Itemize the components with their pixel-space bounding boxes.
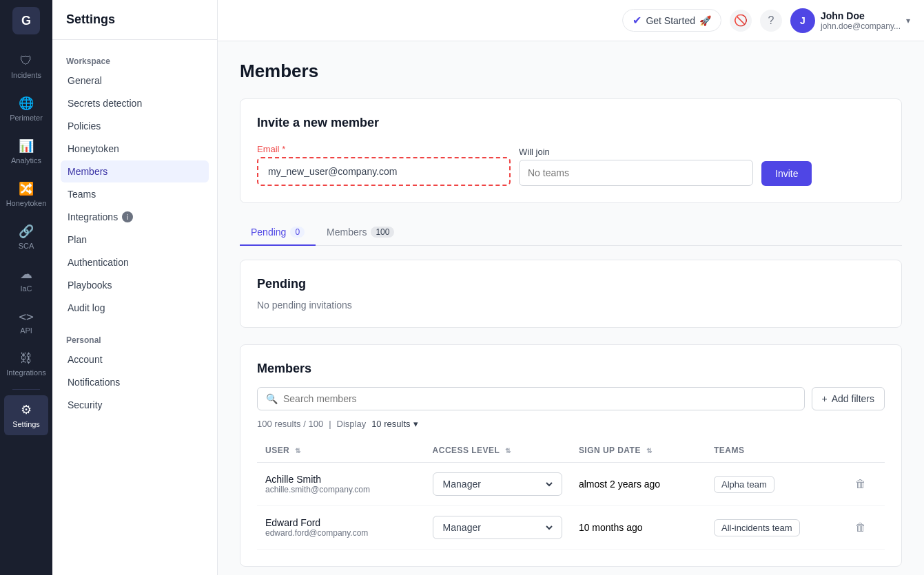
perimeter-icon: 🌐 [19,96,34,111]
members-section: Members 🔍 + Add filters 100 results / 10… [240,344,902,567]
sidebar-item-honeytoken[interactable]: Honeytoken [61,138,209,160]
team-badge-0: Alpha team [714,476,774,493]
teams-input[interactable] [519,160,753,186]
chevron-down-icon: ▾ [413,419,418,429]
role-select-0[interactable]: Manager Member Admin Read-only [433,472,562,496]
delete-button-0[interactable]: 🗑 [855,478,866,490]
sidebar-item-plan[interactable]: Plan [61,229,209,251]
main-area: ✔ Get Started 🚀 🚫 ? J John Doe john.doe@… [218,0,924,575]
signup-date-0: almost 2 years ago [571,463,706,506]
sidebar-body: Workspace General Secrets detection Poli… [52,40,217,575]
sidebar-workspace-label: Workspace [61,51,209,69]
col-access-level: ACCESS LEVEL ⇅ [424,439,571,463]
table-row: Achille Smith achille.smith@company.com … [257,463,885,506]
avatar: J [790,8,815,33]
sidebar-item-teams[interactable]: Teams [61,183,209,205]
user-cell: Achille Smith achille.smith@company.com [257,463,424,506]
sort-icon-access: ⇅ [505,447,511,454]
sidebar-title: Settings [52,0,217,40]
search-input[interactable] [283,393,796,404]
delete-button-1[interactable]: 🗑 [855,521,866,533]
will-join-label: Will join [519,147,753,157]
results-info: 100 results / 100 | Display 10 results ▾ [257,419,885,429]
nav-item-perimeter[interactable]: 🌐 Perimeter [4,89,48,129]
sidebar-item-secrets-detection[interactable]: Secrets detection [61,92,209,114]
tab-members-label: Members [327,227,367,238]
results-count: 100 results / 100 [257,419,323,429]
add-filters-button[interactable]: + Add filters [812,387,885,410]
user-menu[interactable]: J John Doe john.doe@company... ▾ [790,8,910,33]
table-header: USER ⇅ ACCESS LEVEL ⇅ SIGN UP DATE ⇅ T [257,439,885,463]
team-cell-1: All-incidents team [706,506,847,550]
nav-item-honeytoken[interactable]: 🔀 Honeytoken [4,174,48,214]
members-section-title: Members [257,362,885,376]
sidebar-item-audit-log[interactable]: Audit log [61,297,209,319]
user-email-1: edward.ford@company.com [265,528,416,538]
get-started-label: Get Started [646,15,695,26]
team-badge-1: All-incidents team [714,519,800,536]
invite-form: Email * Will join Invite [257,144,885,186]
settings-icon: ⚙ [21,402,32,417]
invite-card-title: Invite a new member [257,116,885,130]
sidebar-item-members[interactable]: Members [61,160,209,182]
search-wrap: 🔍 [257,387,805,410]
sidebar-item-account[interactable]: Account [61,348,209,370]
sort-icon-date: ⇅ [646,447,652,454]
nav-item-iac[interactable]: ☁ IaC [4,260,48,300]
team-cell-0: Alpha team [706,463,847,506]
nav-item-analytics[interactable]: 📊 Analytics [4,132,48,171]
delete-cell-1: 🗑 [847,506,885,550]
get-started-button[interactable]: ✔ Get Started 🚀 [622,9,721,32]
role-dropdown-0[interactable]: Manager Member Admin Read-only [440,478,555,490]
check-icon: ✔ [633,14,641,27]
nav-item-api[interactable]: <> API [4,302,48,342]
delete-cell-0: 🗑 [847,463,885,506]
email-input[interactable] [260,160,508,183]
members-toolbar: 🔍 + Add filters [257,387,885,410]
iac-icon: ☁ [20,266,32,282]
nav-label-analytics: Analytics [11,156,41,165]
help-icon-button[interactable]: ? [760,10,782,32]
tab-pending[interactable]: Pending 0 [240,220,316,246]
nav-label-iac: IaC [20,284,32,293]
role-dropdown-1[interactable]: Manager Member Admin Read-only [440,521,555,534]
integrations-info-badge: i [122,211,133,222]
integrations-icon: ⛓ [20,351,32,366]
tab-members[interactable]: Members 100 [316,220,405,246]
sidebar-item-playbooks[interactable]: Playbooks [61,274,209,296]
user-text: John Doe john.doe@company... [821,10,901,31]
signup-date-1: 10 months ago [571,506,706,550]
tab-members-count: 100 [371,227,394,238]
nav-label-sca: SCA [19,242,34,250]
nav-item-sca[interactable]: 🔗 SCA [4,217,48,257]
pending-section: Pending No pending invitations [240,260,902,328]
sidebar-item-notifications[interactable]: Notifications [61,371,209,393]
tabs: Pending 0 Members 100 [240,220,902,246]
nav-label-api: API [20,326,32,335]
nav-label-integrations: Integrations [6,368,45,377]
email-field-group: Email * [257,144,511,186]
sidebar: Settings Workspace General Secrets detec… [52,0,218,575]
sidebar-item-integrations[interactable]: Integrations i [61,206,209,228]
display-count-select[interactable]: 10 results ▾ [371,419,418,429]
nav-item-settings[interactable]: ⚙ Settings [4,395,48,435]
app-logo: G [12,7,40,34]
plus-icon: + [822,393,828,404]
sidebar-item-security[interactable]: Security [61,394,209,416]
invite-button[interactable]: Invite [761,161,812,186]
sidebar-item-policies[interactable]: Policies [61,115,209,137]
camera-icon-button[interactable]: 🚫 [730,10,752,32]
col-actions [847,439,885,463]
display-count: 10 results [371,419,410,429]
nav-item-incidents[interactable]: 🛡 Incidents [4,47,48,86]
user-email: john.doe@company... [821,21,901,31]
sidebar-item-general[interactable]: General [61,70,209,92]
sidebar-item-authentication[interactable]: Authentication [61,251,209,273]
role-select-1[interactable]: Manager Member Admin Read-only [433,516,562,539]
nav-item-integrations[interactable]: ⛓ Integrations [4,344,48,384]
topbar: ✔ Get Started 🚀 🚫 ? J John Doe john.doe@… [218,0,924,41]
invite-card: Invite a new member Email * Will join In… [240,98,902,203]
nav-label-perimeter: Perimeter [10,114,43,122]
table-row: Edward Ford edward.ford@company.com Mana… [257,506,885,550]
page-title: Members [240,61,902,82]
